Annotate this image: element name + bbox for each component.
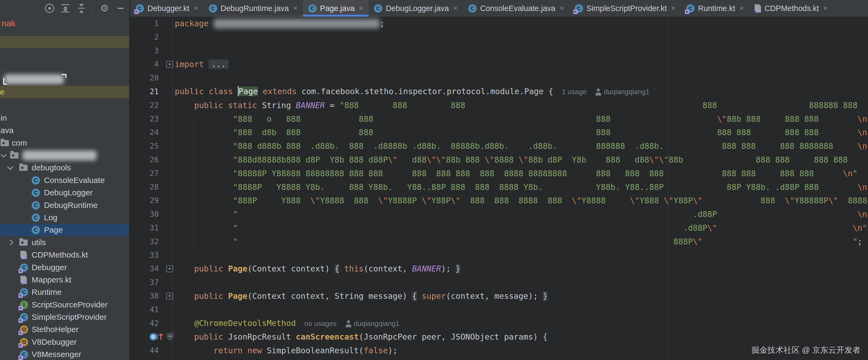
code-text[interactable]: "888d88888b888 d8P Y8b 888 d88P\" d88\"\… xyxy=(175,153,848,167)
tab-Debugger.kt[interactable]: CKDebugger.kt× xyxy=(130,0,204,17)
tab-close-icon[interactable]: × xyxy=(193,4,198,12)
editor-line-21[interactable]: 21public class Page extends com.facebook… xyxy=(130,85,868,98)
tab-DebugLogger.java[interactable]: CDebugLogger.java× xyxy=(369,0,463,17)
tree-item-StethoHelper[interactable]: OKStethoHelper xyxy=(0,323,129,336)
tree-item-in[interactable]: in xyxy=(0,112,129,124)
code-text[interactable]: package ; xyxy=(175,17,385,30)
tree-item-ScriptSourceProvider[interactable]: IKScriptSourceProvider xyxy=(0,299,129,311)
settings-icon[interactable]: ⚙ xyxy=(100,3,110,13)
tab-CDPMethods.kt[interactable]: KCDPMethods.kt× xyxy=(749,0,833,17)
code-text[interactable]: public static String BANNER = "888 888 8… xyxy=(175,98,858,112)
tree-item-Page[interactable]: CPage xyxy=(0,224,129,236)
code-text[interactable]: public JsonRpcResult canScreencast(JsonR… xyxy=(175,330,548,343)
editor-line-27[interactable]: 27 "88888P Y88888 88888888 888 888 888 8… xyxy=(130,167,868,180)
line-number[interactable]: 44 xyxy=(130,346,162,355)
code-text[interactable]: @ChromeDevtoolsMethodno usagesduqiangqia… xyxy=(175,316,399,330)
line-number[interactable]: 31 xyxy=(130,223,162,232)
code-text[interactable]: "888P Y888 \"Y8888 888 \"Y8888P \"Y88P\"… xyxy=(175,194,868,207)
line-number[interactable]: 24 xyxy=(130,128,162,137)
tree-item-SimpleScriptProvider[interactable]: CKSimpleScriptProvider xyxy=(0,311,129,323)
collapse-all-icon[interactable] xyxy=(77,3,86,13)
editor-line-34[interactable]: 34+ public Page(Context context) { this(… xyxy=(130,262,868,275)
code-text[interactable]: "8888P Y8888 Y8b. 888 Y88b. Y88..88P 888… xyxy=(175,180,868,194)
tab-ConsoleEvaluate.java[interactable]: CConsoleEvaluate.java× xyxy=(463,0,569,17)
fold-expand-icon[interactable]: + xyxy=(166,265,173,272)
editor-line-4[interactable]: 4+import ... xyxy=(130,57,868,71)
line-number[interactable]: 27 xyxy=(130,169,162,178)
tab-close-icon[interactable]: × xyxy=(559,4,564,12)
editor-line-23[interactable]: 23 "888 o 888 888 888 \"88b 888 888 888 … xyxy=(130,112,868,126)
tab-SimpleScriptProvider.kt[interactable]: CKSimpleScriptProvider.kt× xyxy=(569,0,681,17)
line-number[interactable]: 30 xyxy=(130,210,162,219)
expand-all-icon[interactable] xyxy=(61,3,70,13)
tree-item-CDPMethods.kt[interactable]: KCDPMethods.kt xyxy=(0,249,129,261)
tree-item-Mappers.kt[interactable]: KMappers.kt xyxy=(0,274,129,286)
line-number[interactable]: 3 xyxy=(130,47,162,55)
code-editor[interactable]: 1package ;234+import ...2021public class… xyxy=(130,17,868,360)
editor-line-22[interactable]: 22 public static String BANNER = "888 88… xyxy=(130,98,868,112)
tab-Page.java[interactable]: CPage.java× xyxy=(303,0,369,17)
editor-line-41[interactable]: 41 xyxy=(130,303,868,317)
chevron-down-icon[interactable] xyxy=(7,164,13,170)
fold-expand-icon[interactable]: + xyxy=(166,293,173,300)
editor-line-2[interactable]: 2 xyxy=(130,30,868,44)
line-number[interactable]: 41 xyxy=(130,305,162,314)
code-text[interactable]: "88888P Y88888 88888888 888 888 888 888 … xyxy=(175,167,858,180)
editor-line-33[interactable]: 33 xyxy=(130,248,868,262)
code-text[interactable]: " .d88P\" \n" xyxy=(175,221,867,235)
line-number[interactable]: 29 xyxy=(130,196,162,205)
tree-item-ConsoleEvaluate[interactable]: CConsoleEvaluate xyxy=(0,174,129,186)
code-text[interactable]: "888 d8b 888 888 888 888 888 888 888 \n" xyxy=(175,125,868,139)
tree-item-V8Messenger[interactable]: CKV8Messenger xyxy=(0,348,129,360)
tree-item-DebugRuntime[interactable]: CDebugRuntime xyxy=(0,199,129,211)
editor-line-30[interactable]: 30 " .d88P \n" xyxy=(130,207,868,221)
tree-item-V8Debugger[interactable]: OKV8Debugger xyxy=(0,336,129,348)
editor-line-25[interactable]: 25 "888 d888b 888 .d88b. 888 .d8888b .d8… xyxy=(130,139,868,153)
tab-close-icon[interactable]: × xyxy=(671,4,676,12)
editor-line-43[interactable]: 43−↑ public JsonRpcResult canScreencast(… xyxy=(130,330,868,343)
tree-item-redacted[interactable] xyxy=(0,73,129,85)
line-number[interactable]: 22 xyxy=(130,101,162,110)
code-text[interactable]: " .d88P \n" xyxy=(175,207,868,221)
editor-line-28[interactable]: 28 "8888P Y8888 Y8b. 888 Y88b. Y88..88P … xyxy=(130,180,868,194)
tree-item-com[interactable]: com xyxy=(0,137,129,149)
tree-item-utils[interactable]: utils xyxy=(0,236,129,249)
overrides-method-icon[interactable]: ↑ xyxy=(150,333,164,341)
editor-line-37[interactable]: 37 xyxy=(130,275,868,289)
panel-editor-divider[interactable] xyxy=(129,0,130,360)
tree-item-Log[interactable]: CLog xyxy=(0,211,129,224)
tree-item-ava[interactable]: ava xyxy=(0,124,129,137)
tab-DebugRuntime.java[interactable]: CDebugRuntime.java× xyxy=(204,0,303,17)
locate-icon[interactable] xyxy=(45,4,54,13)
tree-item-Runtime[interactable]: CKRuntime xyxy=(0,286,129,298)
code-text[interactable]: public Page(Context context, String mess… xyxy=(175,289,548,303)
code-text[interactable]: "888 o 888 888 888 \"88b 888 888 888 \n" xyxy=(175,112,868,126)
tab-close-icon[interactable]: × xyxy=(359,4,363,12)
line-number[interactable]: 26 xyxy=(130,155,162,164)
chevron-down-icon[interactable] xyxy=(1,152,7,158)
line-number[interactable]: 42 xyxy=(130,319,162,328)
code-text[interactable]: " 888P\" "; xyxy=(175,235,862,248)
line-number[interactable]: 32 xyxy=(130,237,162,246)
tab-close-icon[interactable]: × xyxy=(293,4,297,12)
editor-line-26[interactable]: 26 "888d88888b888 d8P Y8b 888 d88P\" d88… xyxy=(130,153,868,167)
editor-line-29[interactable]: 29 "888P Y888 \"Y8888 888 \"Y8888P \"Y88… xyxy=(130,194,868,207)
editor-line-3[interactable]: 3 xyxy=(130,44,868,58)
line-number[interactable]: 21 xyxy=(130,87,162,96)
tab-close-icon[interactable]: × xyxy=(823,4,828,12)
line-number[interactable]: 25 xyxy=(130,142,162,150)
code-text[interactable]: public Page(Context context) { this(cont… xyxy=(175,262,461,275)
line-number[interactable]: 1 xyxy=(130,19,162,28)
fold-expand-icon[interactable]: + xyxy=(166,61,173,68)
line-number[interactable]: 23 xyxy=(130,115,162,123)
tab-close-icon[interactable]: × xyxy=(453,4,458,12)
editor-line-42[interactable]: 42 @ChromeDevtoolsMethodno usagesduqiang… xyxy=(130,317,868,330)
tree-item-Debugger[interactable]: CKDebugger xyxy=(0,261,129,274)
tab-Runtime.kt[interactable]: CKRuntime.kt× xyxy=(681,0,749,17)
editor-line-31[interactable]: 31 " .d88P\" \n" xyxy=(130,221,868,235)
line-number[interactable]: 4 xyxy=(130,60,162,69)
editor-line-20[interactable]: 20 xyxy=(130,71,868,85)
fold-collapse-icon[interactable]: − xyxy=(167,333,174,341)
tree-item-debugtools[interactable]: debugtools xyxy=(0,161,129,174)
line-number[interactable]: 33 xyxy=(130,251,162,260)
